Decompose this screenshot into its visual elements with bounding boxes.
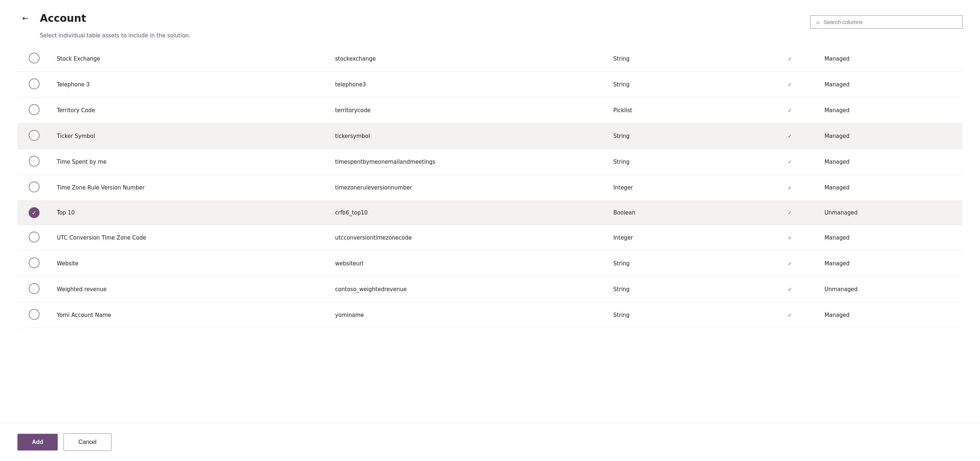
table-row[interactable]: Time Zone Rule Version Numbertimezonerul… bbox=[18, 175, 963, 201]
row-name: Top 10 bbox=[51, 201, 329, 225]
checkmark-icon: ✓ bbox=[788, 56, 792, 62]
table-row[interactable]: Yomi Account NameyominameString✓Managed bbox=[18, 302, 963, 328]
checkmark-icon: ✓ bbox=[788, 185, 792, 191]
row-checkbox[interactable] bbox=[29, 104, 40, 115]
row-managed-status: Managed bbox=[818, 72, 963, 98]
row-type: Integer bbox=[608, 175, 761, 201]
table-row[interactable]: Territory CodeterritorycodePicklist✓Mana… bbox=[18, 98, 963, 123]
table-container: Stock ExchangestockexchangeString✓Manage… bbox=[0, 39, 980, 423]
row-checkbox[interactable]: ✓ bbox=[29, 207, 40, 218]
row-checkmark: ✓ bbox=[761, 46, 819, 72]
row-checkmark: ✓ bbox=[761, 302, 819, 328]
row-type: Integer bbox=[608, 225, 761, 251]
row-checkbox[interactable] bbox=[29, 283, 40, 294]
row-type: String bbox=[608, 251, 761, 277]
table-row[interactable]: Telephone 3telephone3String✓Managed bbox=[18, 72, 963, 98]
row-checkbox-cell bbox=[18, 251, 51, 277]
row-name: Website bbox=[51, 251, 329, 277]
checkmark-icon: ✓ bbox=[788, 235, 792, 241]
row-checkbox-cell bbox=[18, 302, 51, 328]
row-type: Picklist bbox=[608, 98, 761, 123]
data-table: Stock ExchangestockexchangeString✓Manage… bbox=[18, 46, 963, 328]
row-name: Stock Exchange bbox=[51, 46, 329, 72]
row-logical-name: yominame bbox=[329, 302, 608, 328]
table-row[interactable]: UTC Conversion Time Zone Codeutcconversi… bbox=[18, 225, 963, 251]
row-name: Time Spent by me bbox=[51, 149, 329, 175]
row-logical-name: telephone3 bbox=[329, 72, 608, 98]
dialog-footer: Add Cancel bbox=[0, 423, 980, 461]
table-row[interactable]: Ticker SymboltickersymbolString✓Managed bbox=[18, 123, 963, 149]
row-checkmark: ✓ bbox=[761, 175, 819, 201]
row-managed-status: Unmanaged bbox=[818, 201, 963, 225]
row-checkbox-cell bbox=[18, 149, 51, 175]
cancel-button[interactable]: Cancel bbox=[64, 433, 111, 451]
row-checkbox-cell bbox=[18, 277, 51, 302]
row-type: String bbox=[608, 72, 761, 98]
row-name: Ticker Symbol bbox=[51, 123, 329, 149]
row-checkbox-cell bbox=[18, 225, 51, 251]
table-row[interactable]: Stock ExchangestockexchangeString✓Manage… bbox=[18, 46, 963, 72]
row-checkbox[interactable] bbox=[29, 181, 40, 192]
row-checkbox-cell bbox=[18, 46, 51, 72]
table-row[interactable]: Time Spent by metimespentbymeonemailandm… bbox=[18, 149, 963, 175]
row-name: Telephone 3 bbox=[51, 72, 329, 98]
row-name: Territory Code bbox=[51, 98, 329, 123]
row-name: UTC Conversion Time Zone Code bbox=[51, 225, 329, 251]
row-checkmark: ✓ bbox=[761, 98, 819, 123]
row-type: String bbox=[608, 277, 761, 302]
row-checkbox[interactable] bbox=[29, 78, 40, 89]
row-checkbox[interactable] bbox=[29, 52, 40, 64]
row-checkmark: ✓ bbox=[761, 277, 819, 302]
row-logical-name: timezoneruleversionnumber bbox=[329, 175, 608, 201]
row-checkbox-cell bbox=[18, 175, 51, 201]
row-logical-name: stockexchange bbox=[329, 46, 608, 72]
row-name: Weighted revenue bbox=[51, 277, 329, 302]
subtitle-highlight: individual table assets bbox=[59, 32, 119, 39]
row-checkbox[interactable] bbox=[29, 309, 40, 320]
row-checkmark: ✓ bbox=[761, 123, 819, 149]
row-name: Time Zone Rule Version Number bbox=[51, 175, 329, 201]
row-checkbox[interactable] bbox=[29, 258, 40, 268]
row-checkbox[interactable] bbox=[29, 130, 40, 141]
subtitle-suffix: to include in the solution. bbox=[119, 32, 191, 39]
row-managed-status: Managed bbox=[818, 251, 963, 277]
search-input[interactable] bbox=[824, 19, 956, 25]
row-managed-status: Unmanaged bbox=[818, 277, 963, 302]
table-row[interactable]: WebsitewebsiteurlString✓Managed bbox=[18, 251, 963, 277]
row-managed-status: Managed bbox=[818, 175, 963, 201]
search-icon: ⌕ bbox=[816, 19, 820, 25]
row-managed-status: Managed bbox=[818, 123, 963, 149]
row-managed-status: Managed bbox=[818, 302, 963, 328]
row-type: String bbox=[608, 302, 761, 328]
row-managed-status: Managed bbox=[818, 46, 963, 72]
row-logical-name: crfb6_top10 bbox=[329, 201, 608, 225]
row-checkbox-cell bbox=[18, 98, 51, 123]
dialog-subtitle: Select individual table assets to includ… bbox=[0, 29, 980, 39]
subtitle-prefix: Select bbox=[40, 32, 59, 39]
row-type: String bbox=[608, 46, 761, 72]
add-button[interactable]: Add bbox=[18, 434, 58, 450]
row-managed-status: Managed bbox=[818, 149, 963, 175]
row-type: String bbox=[608, 149, 761, 175]
row-checkbox-cell bbox=[18, 123, 51, 149]
row-logical-name: websiteurl bbox=[329, 251, 608, 277]
table-row[interactable]: ✓Top 10crfb6_top10Boolean✓Unmanaged bbox=[18, 201, 963, 225]
row-logical-name: contoso_weightedrevenue bbox=[329, 277, 608, 302]
row-checkbox[interactable] bbox=[29, 232, 40, 242]
row-checkmark: ✓ bbox=[761, 225, 819, 251]
checkmark-icon: ✓ bbox=[788, 82, 792, 87]
row-logical-name: utcconversiontimezonecode bbox=[329, 225, 608, 251]
row-checkmark: ✓ bbox=[761, 251, 819, 277]
row-checkbox-cell: ✓ bbox=[18, 201, 51, 225]
checkmark-icon: ✓ bbox=[788, 107, 792, 113]
checkmark-icon: ✓ bbox=[788, 159, 792, 165]
row-logical-name: timespentbymeonemailandmeetings bbox=[329, 149, 608, 175]
checkmark-icon: ✓ bbox=[788, 133, 792, 139]
row-managed-status: Managed bbox=[818, 98, 963, 123]
row-checkmark: ✓ bbox=[761, 149, 819, 175]
dialog: ← Account ✕ ⌕ Select individual table as… bbox=[0, 0, 980, 461]
row-name: Yomi Account Name bbox=[51, 302, 329, 328]
row-checkbox[interactable] bbox=[29, 156, 40, 167]
row-logical-name: tickersymbol bbox=[329, 123, 608, 149]
table-row[interactable]: Weighted revenuecontoso_weightedrevenueS… bbox=[18, 277, 963, 302]
